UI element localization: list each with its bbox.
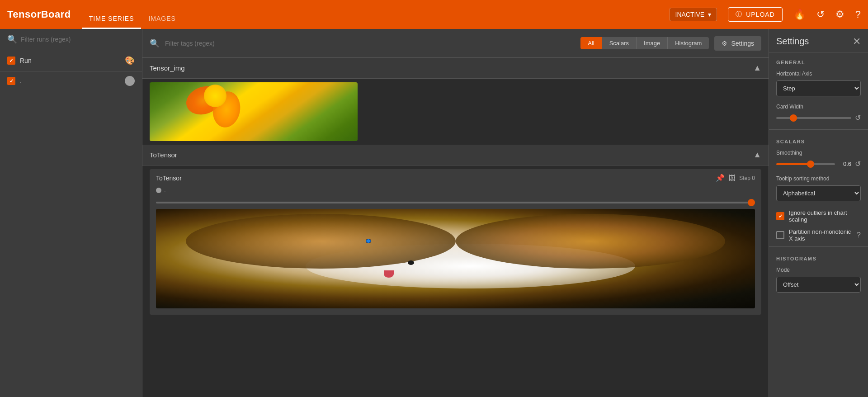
- smoothing-reset-icon[interactable]: ↺: [855, 160, 861, 168]
- ignore-outliers-checkbox[interactable]: ✓: [776, 212, 784, 220]
- card-title: ToTensor: [156, 175, 712, 182]
- section-to-tensor-title: ToTensor: [150, 151, 753, 159]
- run-row: ✓ .: [0, 71, 142, 90]
- filter-btn-histogram[interactable]: Histogram: [667, 37, 709, 49]
- status-dropdown[interactable]: INACTIVE ▾: [670, 8, 717, 21]
- card-width-slider[interactable]: [776, 117, 851, 119]
- app-logo: TensorBoard: [7, 9, 71, 20]
- help-icon[interactable]: ?: [855, 9, 861, 20]
- card-width-reset-icon[interactable]: ↺: [855, 113, 861, 122]
- section-to-tensor-header[interactable]: ToTensor ▲: [142, 145, 769, 165]
- upload-button[interactable]: ⓘ UPLOAD: [728, 7, 783, 22]
- partition-row: Partition non-monotonic X axis ?: [769, 226, 868, 245]
- settings-general: GENERAL Horizontal Axis Step Relative Wa…: [769, 52, 868, 128]
- filter-btn-all[interactable]: All: [580, 37, 601, 49]
- dog-image-placeholder: [156, 209, 755, 308]
- pin-icon[interactable]: 📌: [716, 174, 725, 182]
- smoothing-label: Smoothing: [776, 150, 861, 156]
- card-dot-row: .: [150, 187, 761, 195]
- smoothing-value: 0.6: [839, 161, 851, 167]
- search-icon: 🔍: [7, 34, 17, 44]
- tooltip-sorting-label: Tooltip sorting method: [776, 175, 861, 182]
- checkmark-icon: ✓: [778, 213, 783, 219]
- smoothing-field: Smoothing 0.6 ↺: [769, 148, 868, 174]
- gear-icon[interactable]: ⚙: [835, 9, 844, 20]
- mode-label: Mode: [776, 267, 861, 273]
- horizontal-axis-select[interactable]: Step Relative Wall: [776, 80, 861, 96]
- flower-image-card: [150, 82, 358, 141]
- section-tensor-img-content: [142, 79, 769, 145]
- partition-checkbox[interactable]: [776, 231, 784, 239]
- filter-bar: 🔍 All Scalars Image Histogram ⚙ Settings: [142, 29, 769, 58]
- content-scroll[interactable]: Tensor_img ▲: [142, 58, 769, 397]
- run-header-row: ✓ Run 🎨: [0, 50, 142, 71]
- refresh-icon[interactable]: ↺: [816, 9, 825, 20]
- mode-select[interactable]: Offset Overlay: [776, 277, 861, 293]
- fire-icon[interactable]: 🔥: [793, 9, 806, 20]
- tab-images[interactable]: IMAGES: [141, 0, 183, 29]
- settings-scalars-title: SCALARS: [769, 132, 868, 148]
- run-header-label: Run: [20, 57, 120, 64]
- status-label: INACTIVE: [675, 11, 705, 18]
- step-label: Step 0: [739, 175, 755, 181]
- tab-time-series[interactable]: TIME SERIES: [82, 0, 142, 29]
- settings-general-title: GENERAL: [769, 52, 868, 69]
- image-download-icon[interactable]: 🖼: [728, 174, 736, 182]
- smoothing-slider[interactable]: [776, 163, 835, 165]
- settings-histograms: HISTOGRAMS Mode Offset Overlay: [769, 249, 868, 298]
- sidebar-search-bar: 🔍: [0, 29, 142, 50]
- flower-image: [150, 82, 358, 141]
- filter-btn-image[interactable]: Image: [636, 37, 667, 49]
- section-tensor-img-header[interactable]: Tensor_img ▲: [142, 58, 769, 79]
- mode-field: Mode Offset Overlay: [769, 265, 868, 298]
- ignore-outliers-label: Ignore outliers in chart scaling: [789, 209, 861, 223]
- collapse-icon: ▲: [753, 63, 761, 73]
- sidebar: 🔍 ✓ Run 🎨 ✓ .: [0, 29, 142, 397]
- content-area: 🔍 All Scalars Image Histogram ⚙ Settings…: [142, 29, 769, 397]
- topnav: TensorBoard TIME SERIES IMAGES INACTIVE …: [0, 0, 868, 29]
- filter-buttons: All Scalars Image Histogram: [580, 37, 709, 49]
- ignore-outliers-row: ✓ Ignore outliers in chart scaling: [769, 207, 868, 226]
- tooltip-sorting-select[interactable]: Alphabetical Ascending Descending Defaul…: [776, 185, 861, 201]
- section-tensor-img-title: Tensor_img: [150, 64, 753, 72]
- horizontal-axis-label: Horizontal Axis: [776, 71, 861, 77]
- palette-icon[interactable]: 🎨: [125, 56, 135, 66]
- step-slider[interactable]: [156, 202, 755, 203]
- checkmark-icon: ✓: [9, 78, 14, 84]
- filter-btn-scalars[interactable]: Scalars: [602, 37, 636, 49]
- horizontal-axis-field: Horizontal Axis Step Relative Wall: [769, 69, 868, 102]
- settings-icon: ⚙: [722, 40, 727, 47]
- card-width-label: Card Width: [776, 104, 861, 110]
- filter-tags-input[interactable]: [165, 40, 575, 47]
- filter-search-icon: 🔍: [150, 38, 160, 48]
- close-settings-button[interactable]: ✕: [853, 37, 861, 47]
- partition-help-icon[interactable]: ?: [857, 231, 861, 239]
- topnav-tabs: TIME SERIES IMAGES: [82, 0, 183, 29]
- tooltip-sorting-field: Tooltip sorting method Alphabetical Asce…: [769, 174, 868, 207]
- run-dot: [156, 188, 161, 193]
- card-header: ToTensor 📌 🖼 Step 0: [150, 169, 761, 187]
- collapse-icon: ▲: [753, 150, 761, 160]
- section-to-tensor: ToTensor ▲ ToTensor 📌 🖼 Step 0: [142, 145, 769, 318]
- main-layout: 🔍 ✓ Run 🎨 ✓ . 🔍 All Scalars: [0, 29, 868, 397]
- section-tensor-img: Tensor_img ▲: [142, 58, 769, 145]
- settings-panel: Settings ✕ GENERAL Horizontal Axis Step …: [769, 29, 868, 397]
- run-dot-label: .: [164, 187, 166, 194]
- run-checkbox[interactable]: ✓: [7, 77, 15, 85]
- section-to-tensor-content: ToTensor 📌 🖼 Step 0 .: [142, 165, 769, 318]
- divider-2: [769, 246, 868, 247]
- card-width-field: Card Width ↺: [769, 102, 868, 128]
- chevron-down-icon: ▾: [708, 11, 711, 18]
- checkmark-icon: ✓: [9, 57, 14, 64]
- settings-toggle-button[interactable]: ⚙ Settings: [714, 36, 761, 51]
- sidebar-search-input[interactable]: [21, 36, 135, 43]
- settings-panel-header: Settings ✕: [769, 29, 868, 52]
- partition-label: Partition non-monotonic X axis: [789, 228, 852, 242]
- card-image: [150, 209, 761, 315]
- settings-scalars: SCALARS Smoothing 0.6 ↺ Tooltip sorting …: [769, 132, 868, 245]
- to-tensor-card: ToTensor 📌 🖼 Step 0 .: [150, 169, 761, 315]
- run-select-all-checkbox[interactable]: ✓: [7, 57, 15, 65]
- upload-circle-icon: ⓘ: [736, 10, 742, 19]
- settings-panel-title: Settings: [776, 36, 853, 47]
- run-color-circle[interactable]: [125, 76, 135, 86]
